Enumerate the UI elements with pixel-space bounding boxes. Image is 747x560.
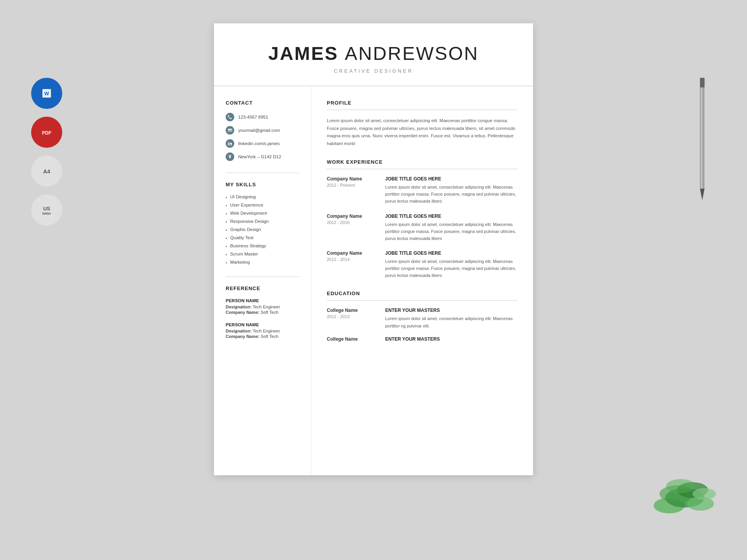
skill-item: Quality Test [226,235,299,240]
pdf-icon[interactable]: PDF [31,117,62,148]
skill-item: Web Development [226,211,299,216]
email-text[interactable]: yourmail@gmail.com [238,128,280,133]
work-item-1: Company Name 2012 - 2016 JOBE TITLE GOES… [327,214,517,242]
profile-title: PROFILE [327,100,517,106]
contact-title: CONTACT [226,100,299,106]
us-letter-icon: US letter [31,194,62,226]
edu-desc-0: Lorem ipsum dolor sit amet, consectetuer… [385,315,517,329]
pen-decoration [696,78,708,202]
phone-item: 123-4567 8951 [226,113,299,121]
work-right-1: JOBE TITLE GOES HERE Lorem ipsum dolor s… [385,214,517,242]
location-item: NewYork – G142 D12 [226,152,299,161]
side-icons: W PDF A4 US letter [31,78,62,226]
ref-name-1: PERSON NAME [226,322,299,327]
location-icon [226,152,234,161]
skill-item: Marketing [226,260,299,265]
edu-date-0: 2012 - 2013 [327,314,377,319]
work-item-0: Company Name 2012 - Present JOBE TITLE G… [327,176,517,205]
svg-text:W: W [44,91,49,96]
resume-header: JAMES ANDREWSON CREATIVE DESIGNER [214,23,533,86]
svg-text:PDF: PDF [42,130,51,136]
profile-section: PROFILE Lorem ipsum dolor sit amet, cons… [327,100,517,147]
linkedin-item: linkedin.com/s.james [226,139,299,148]
svg-text:letter: letter [42,212,51,215]
work-company-1: Company Name [327,214,377,219]
work-left-0: Company Name 2012 - Present [327,176,377,205]
work-title-0: JOBE TITLE GOES HERE [385,176,517,182]
skill-item: Scrum Master [226,252,299,257]
reference-item-0: PERSON NAME Designation: Tech Engineer C… [226,298,299,315]
skill-item: Business Strategy [226,243,299,248]
work-date-2: 2012 - 2014 [327,257,377,262]
work-right-0: JOBE TITLE GOES HERE Lorem ipsum dolor s… [385,176,517,205]
svg-rect-18 [228,143,229,145]
education-section: EDUCATION College Name 2012 - 2013 ENTER… [327,290,517,343]
reference-item-1: PERSON NAME Designation: Tech Engineer C… [226,322,299,339]
linkedin-icon [226,139,234,148]
ref-designation-0: Designation: Tech Engineer [226,304,299,309]
resume-document: JAMES ANDREWSON CREATIVE DESIGNER CONTAC… [214,23,533,475]
location-text: NewYork – G142 D12 [238,154,281,159]
phone-icon [226,113,234,121]
work-left-1: Company Name 2012 - 2016 [327,214,377,242]
work-desc-2: Lorem ipsum dolor sit amet, consectetuer… [385,258,517,279]
work-company-2: Company Name [327,250,377,256]
svg-point-16 [693,488,716,500]
work-date-1: 2012 - 2016 [327,220,377,225]
contact-section: CONTACT 123-4567 8951 [226,100,299,161]
reference-list: PERSON NAME Designation: Tech Engineer C… [226,298,299,339]
phone-text: 123-4567 8951 [238,115,268,119]
plant-decoration [646,443,724,521]
work-left-2: Company Name 2012 - 2014 [327,250,377,279]
first-name: JAMES [268,43,338,64]
a4-icon: A4 [31,156,62,187]
work-title: WORK EXPERIENCE [327,159,517,165]
work-divider [327,169,517,169]
word-icon[interactable]: W [31,78,62,109]
svg-text:US: US [43,206,50,212]
edu-item-0: College Name 2012 - 2013 ENTER YOUR MAST… [327,308,517,329]
work-title-1: JOBE TITLE GOES HERE [385,214,517,219]
edu-degree-0: ENTER YOUR MASTERS [385,308,517,313]
work-desc-1: Lorem ipsum dolor sit amet, consectetuer… [385,221,517,242]
ref-company-0: Company Name: Soft Tech [226,310,299,315]
ref-name-0: PERSON NAME [226,298,299,303]
svg-point-15 [666,479,696,493]
edu-right-0: ENTER YOUR MASTERS Lorem ipsum dolor sit… [385,308,517,329]
resume-body: CONTACT 123-4567 8951 [214,86,533,475]
edu-right-1: ENTER YOUR MASTERS [385,336,517,344]
edu-college-0: College Name [327,308,377,313]
main-content: PROFILE Lorem ipsum dolor sit amet, cons… [311,86,533,475]
work-item-2: Company Name 2012 - 2014 JOBE TITLE GOES… [327,250,517,279]
edu-college-1: College Name [327,336,377,342]
work-date-0: 2012 - Present [327,183,377,187]
edu-left-0: College Name 2012 - 2013 [327,308,377,329]
reference-title: REFERENCE [226,285,299,291]
work-desc-0: Lorem ipsum dolor sit amet, consectetuer… [385,184,517,205]
skill-item: Graphic Design [226,227,299,232]
divider-1 [226,173,299,173]
email-icon [226,126,234,135]
skills-section: MY SKILLS UI DesigningUser ExperienceWeb… [226,182,299,265]
svg-point-19 [228,142,229,142]
edu-degree-1: ENTER YOUR MASTERS [385,336,517,342]
email-item: yourmail@gmail.com [226,126,299,135]
last-name: ANDREWSON [345,43,479,64]
work-section: WORK EXPERIENCE Company Name 2012 - Pres… [327,159,517,279]
linkedin-text: linkedin.com/s.james [238,141,280,146]
reference-section: REFERENCE PERSON NAME Designation: Tech … [226,285,299,339]
profile-text: Lorem ipsum dolor sit amet, consectetuer… [327,117,517,147]
skills-list: UI DesigningUser ExperienceWeb Developme… [226,194,299,265]
header-name: JAMES ANDREWSON [237,43,510,64]
skill-item: User Experience [226,203,299,208]
ref-company-1: Company Name: Soft Tech [226,334,299,339]
skill-item: Responsive Design [226,219,299,224]
sidebar: CONTACT 123-4567 8951 [214,86,311,475]
work-company-0: Company Name [327,176,377,182]
edu-left-1: College Name [327,336,377,344]
skills-title: MY SKILLS [226,182,299,187]
header-title: CREATIVE DESIGNER [237,68,510,74]
education-list: College Name 2012 - 2013 ENTER YOUR MAST… [327,308,517,343]
divider-2 [226,276,299,277]
work-title-2: JOBE TITLE GOES HERE [385,250,517,256]
